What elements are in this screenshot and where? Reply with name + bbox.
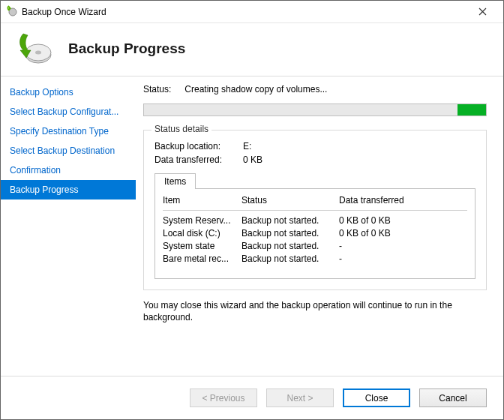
sidebar-item-confirmation[interactable]: Confirmation [1, 160, 136, 180]
table-row: Local disk (C:) Backup not started. 0 KB… [163, 228, 467, 238]
cancel-button[interactable]: Cancel [419, 388, 487, 407]
sidebar-item-backup-options[interactable]: Backup Options [1, 82, 136, 102]
col-xfer: Data transferred [339, 195, 452, 206]
wizard-window: Backup Once Wizard Backup Progress Backu… [0, 0, 504, 420]
sidebar-item-select-destination[interactable]: Select Backup Destination [1, 141, 136, 160]
status-label: Status: [143, 84, 171, 94]
svg-point-3 [35, 51, 41, 55]
status-row: Status: Creating shadow copy of volumes.… [143, 84, 487, 94]
status-details-legend: Status details [152, 124, 212, 134]
next-button: Next > [266, 388, 334, 407]
close-icon [478, 8, 487, 16]
table-row: System Reserv... Backup not started. 0 K… [163, 215, 467, 226]
cell-xfer: 0 KB of 0 KB [339, 215, 452, 226]
backup-location-value: E: [243, 141, 251, 152]
sidebar-item-backup-progress[interactable]: Backup Progress [1, 180, 136, 200]
progress-bar-fill [458, 104, 486, 116]
cell-xfer: - [339, 241, 452, 251]
table-row: Bare metal rec... Backup not started. - [163, 254, 467, 264]
backup-location-label: Backup location: [154, 141, 237, 152]
sidebar-item-destination-type[interactable]: Specify Destination Type [1, 122, 136, 141]
data-transferred-value: 0 KB [243, 154, 262, 165]
tab-items[interactable]: Items [154, 173, 196, 189]
titlebar: Backup Once Wizard [1, 1, 503, 23]
wizard-steps-sidebar: Backup Options Select Backup Configurat.… [1, 76, 136, 376]
cell-item: Bare metal rec... [163, 254, 242, 264]
items-table: Item Status Data transferred System Rese… [154, 188, 476, 279]
wizard-header-icon [16, 32, 53, 65]
sidebar-item-select-configuration[interactable]: Select Backup Configurat... [1, 102, 136, 122]
data-transferred-label: Data transferred: [154, 154, 237, 165]
status-details-group: Status details Backup location: E: Data … [143, 130, 487, 290]
window-close-button[interactable] [467, 2, 497, 22]
status-value: Creating shadow copy of volumes... [184, 84, 327, 94]
cell-item: Local disk (C:) [163, 228, 242, 238]
body: Backup Options Select Backup Configurat.… [1, 76, 503, 376]
tabstrip: Items [154, 172, 476, 188]
cell-item: System state [163, 241, 242, 251]
cell-status: Backup not started. [242, 254, 339, 264]
main-panel: Status: Creating shadow copy of volumes.… [136, 76, 503, 376]
previous-button: < Previous [190, 388, 257, 407]
progress-bar [143, 104, 487, 116]
window-app-icon [7, 4, 19, 19]
col-status: Status [242, 195, 339, 206]
close-button[interactable]: Close [343, 388, 410, 407]
table-row: System state Backup not started. - [163, 241, 467, 251]
cell-item: System Reserv... [163, 215, 242, 226]
table-divider [163, 210, 467, 211]
cell-xfer: 0 KB of 0 KB [339, 228, 452, 238]
page-title: Backup Progress [68, 40, 185, 57]
cell-status: Backup not started. [242, 228, 339, 238]
header: Backup Progress [1, 23, 503, 76]
cell-xfer: - [339, 254, 452, 264]
col-item: Item [163, 195, 242, 206]
window-title: Backup Once Wizard [19, 7, 467, 17]
wizard-footer: < Previous Next > Close Cancel [1, 376, 503, 419]
table-header: Item Status Data transferred [163, 195, 467, 206]
close-hint: You may close this wizard and the backup… [143, 299, 487, 323]
cell-status: Backup not started. [242, 215, 339, 226]
cell-status: Backup not started. [242, 241, 339, 251]
